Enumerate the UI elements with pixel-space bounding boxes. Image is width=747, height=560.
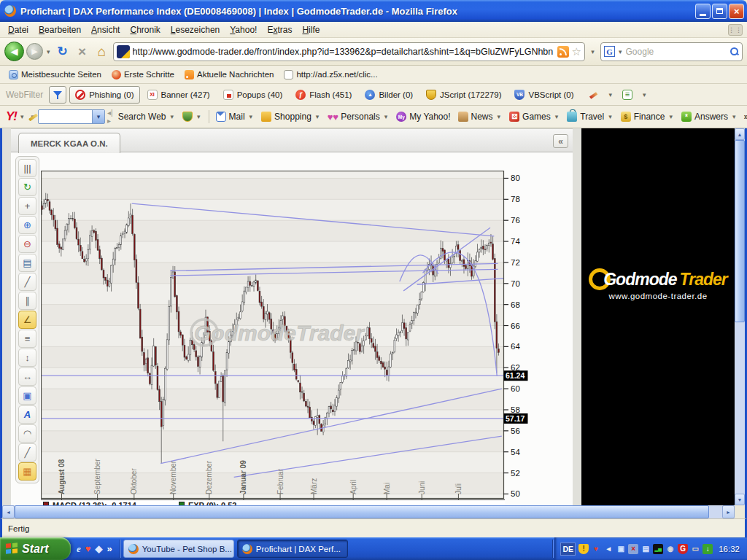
- google-engine-icon[interactable]: G: [604, 46, 615, 57]
- start-button[interactable]: Start: [0, 537, 71, 560]
- yahoo-item-searchweb[interactable]: Search Web▾: [115, 110, 178, 123]
- home-button[interactable]: ⌂: [93, 43, 111, 61]
- webfilter-funnel-button[interactable]: [49, 86, 66, 104]
- webfilter-edit-dropdown-icon[interactable]: ▾: [607, 91, 614, 98]
- yahoo-item-shopping[interactable]: Shopping▾: [258, 110, 323, 123]
- menu-ansicht[interactable]: Ansicht: [86, 23, 125, 37]
- keyboard-icon[interactable]: ▤: [640, 544, 651, 554]
- yahoo-search-dropdown-icon[interactable]: ▾: [92, 110, 104, 123]
- horizontal-range-tool-button[interactable]: ↔: [18, 368, 36, 386]
- search-bar[interactable]: G ▾: [600, 42, 743, 61]
- network-error-icon[interactable]: ×: [628, 544, 638, 554]
- restore-button[interactable]: [712, 4, 727, 19]
- scroll-right-button[interactable]: ►: [722, 505, 735, 518]
- yahoo-search-input[interactable]: [39, 110, 92, 123]
- close-button[interactable]: ×: [729, 4, 744, 19]
- dropdown-icon[interactable]: ▾: [196, 113, 202, 120]
- yahoo-logo-dropdown-icon[interactable]: ▾: [19, 113, 26, 120]
- yahoo-overflow-chevron[interactable]: »: [744, 112, 747, 122]
- gdata-shield-icon[interactable]: G: [678, 544, 688, 554]
- yahoo-item-travel[interactable]: Travel▾: [564, 110, 616, 123]
- audio-icon[interactable]: ◉: [665, 544, 676, 554]
- bookmark-item[interactable]: http://ad.z5x.net/clic...: [279, 69, 382, 81]
- reload-button[interactable]: ↻: [54, 43, 71, 61]
- dropdown-icon[interactable]: ▾: [169, 113, 176, 120]
- rss-feed-icon[interactable]: [557, 46, 569, 58]
- taskbar-clock[interactable]: 16:32: [719, 545, 740, 553]
- indicator-list-tool-button[interactable]: ≡: [18, 330, 36, 348]
- dropdown-icon[interactable]: ▾: [554, 113, 560, 120]
- crosshair-tool-button[interactable]: +: [18, 197, 36, 215]
- arc-tool-button[interactable]: ◠: [18, 424, 36, 443]
- volume-icon[interactable]: ◄: [603, 544, 614, 554]
- search-input[interactable]: [626, 47, 727, 57]
- dropdown-icon[interactable]: ▾: [248, 113, 255, 120]
- horizontal-scroll-thumb[interactable]: [15, 505, 709, 518]
- text-tool-button[interactable]: A: [18, 405, 36, 424]
- price-chart[interactable]: GodmodeTraderAugust 08SeptemberOktoberNo…: [41, 171, 528, 505]
- filter-phishing-button[interactable]: Phishing (0): [69, 86, 139, 104]
- export-tool-button[interactable]: ▤: [18, 254, 36, 272]
- search-magnifier-icon[interactable]: [729, 47, 739, 56]
- antivirus-heart-icon[interactable]: ♥: [591, 544, 601, 554]
- dropdown-icon[interactable]: ▾: [314, 113, 321, 120]
- yahoo-item-games[interactable]: ⚄Games▾: [506, 110, 562, 123]
- history-dropdown-icon[interactable]: ▾: [45, 48, 52, 55]
- scroll-up-button[interactable]: ▲: [735, 128, 745, 140]
- zoom-in-tool-button[interactable]: ⊕: [18, 216, 36, 234]
- settings-grid-tool-button[interactable]: ▦: [18, 462, 36, 481]
- display-icon[interactable]: ▣: [616, 544, 626, 554]
- yahoo-item-answers[interactable]: *Answers▾: [678, 110, 740, 123]
- menu-hilfe[interactable]: Hilfe: [297, 23, 325, 37]
- yahoo-item-shield[interactable]: ▾: [179, 110, 205, 123]
- menu-yahoo[interactable]: Yahoo!: [225, 23, 262, 37]
- collapse-panel-button[interactable]: «: [553, 134, 568, 148]
- heart-app-icon[interactable]: ♥: [85, 543, 91, 554]
- dropdown-icon[interactable]: ▾: [731, 113, 738, 120]
- yahoo-item-myyahoo[interactable]: MyMy Yahoo!: [393, 110, 453, 123]
- dropdown-icon[interactable]: ▾: [383, 113, 390, 120]
- traffic-icon[interactable]: ▂▅: [653, 544, 663, 554]
- filter-jscript-button[interactable]: JScript (172279): [420, 86, 507, 104]
- url-input[interactable]: [133, 47, 554, 57]
- yahoo-logo[interactable]: Y!: [6, 109, 17, 124]
- filter-popups-button[interactable]: Popups (40): [217, 86, 289, 104]
- minimize-button[interactable]: [695, 4, 711, 19]
- toolbar-splitter[interactable]: ◂|▸: [107, 109, 113, 125]
- horizontal-scrollbar[interactable]: ◄ ►: [2, 505, 735, 518]
- dropdown-icon[interactable]: ▾: [607, 113, 614, 120]
- menu-lesezeichen[interactable]: Lesezeichen: [166, 23, 225, 37]
- menu-datei[interactable]: Datei: [3, 23, 34, 37]
- chart-type-tool-button[interactable]: |||: [18, 159, 36, 177]
- ie-icon[interactable]: e: [77, 543, 81, 555]
- zoom-out-tool-button[interactable]: ⊖: [18, 235, 36, 253]
- messenger-icon[interactable]: ◆: [96, 543, 103, 554]
- menu-chronik[interactable]: Chronik: [125, 23, 165, 37]
- dropdown-icon[interactable]: ▾: [496, 113, 503, 120]
- url-dropdown-button[interactable]: ▾: [587, 42, 598, 61]
- engine-dropdown-icon[interactable]: ▾: [617, 48, 624, 55]
- update-icon[interactable]: ↓: [703, 544, 713, 554]
- url-bar[interactable]: ☆: [113, 42, 585, 61]
- overflow-chevron[interactable]: »: [107, 543, 112, 554]
- webfilter-list-dropdown-icon[interactable]: ▾: [641, 91, 648, 98]
- webfilter-list-button[interactable]: [616, 86, 638, 104]
- webfilter-edit-button[interactable]: [582, 86, 604, 104]
- yahoo-item-personals[interactable]: ♥♥Personals▾: [325, 110, 392, 123]
- yahoo-item-mail[interactable]: Mail▾: [213, 110, 258, 123]
- back-button[interactable]: ◀: [4, 42, 24, 61]
- forward-button[interactable]: ▶: [26, 43, 43, 60]
- security-alert-icon[interactable]: !: [578, 544, 589, 554]
- filter-flash-button[interactable]: fFlash (451): [290, 86, 357, 104]
- bookmark-star-icon[interactable]: ☆: [572, 45, 581, 58]
- line-tool-button[interactable]: ╱: [18, 273, 36, 291]
- yahoo-item-finance[interactable]: $Finance▾: [618, 110, 677, 123]
- trendline-tool-button[interactable]: ╱: [18, 443, 36, 462]
- title-bar[interactable]: Profichart | DAX Performance Index (DE00…: [0, 0, 747, 22]
- bookmark-item[interactable]: Erste Schritte: [107, 69, 179, 81]
- angle-tool-button[interactable]: ∠: [18, 311, 36, 329]
- modem-icon[interactable]: ▭: [690, 544, 700, 554]
- vertical-scrollbar[interactable]: ▲ ▼: [735, 128, 745, 505]
- instrument-tab[interactable]: MERCK KGAA O.N.: [18, 133, 120, 153]
- menu-extras[interactable]: Extras: [262, 23, 297, 37]
